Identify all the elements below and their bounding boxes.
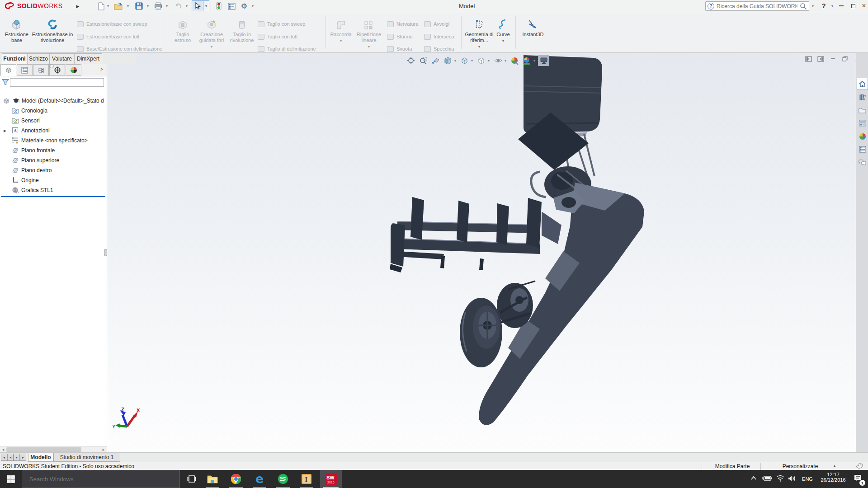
units-overflow-arrow[interactable]: ▴ — [834, 464, 835, 468]
mirror-button[interactable]: Specchia — [424, 44, 454, 53]
section-view-dropdown[interactable]: ▾ — [454, 59, 458, 63]
tab-nav-next-button[interactable]: ▸ — [14, 454, 20, 461]
apply-scene-button[interactable] — [521, 55, 533, 66]
help-search-box[interactable]: ? — [705, 1, 809, 11]
draft-button[interactable]: Sformo — [387, 32, 412, 41]
app-restore-button[interactable] — [848, 2, 858, 10]
select-tool-button[interactable] — [192, 0, 203, 11]
solidworks-taskbar-button[interactable]: SW2016 — [320, 470, 342, 488]
instant3d-button[interactable]: Instant3D — [519, 16, 547, 38]
intersect-button[interactable]: Interseca — [424, 32, 454, 41]
curves-button[interactable]: Curve ▾ — [495, 16, 512, 44]
scroll-right-button[interactable]: ▸ — [100, 447, 107, 452]
save-dropdown[interactable]: ▾ — [146, 4, 150, 8]
status-tag-icon[interactable] — [855, 463, 863, 469]
split-pane-left-button[interactable] — [804, 55, 812, 62]
app-i-taskbar-button[interactable]: I — [297, 470, 316, 488]
zoom-area-button[interactable] — [418, 55, 429, 66]
open-dropdown[interactable]: ▾ — [126, 4, 130, 8]
print-button[interactable] — [153, 1, 164, 11]
help-search-input[interactable] — [717, 3, 797, 9]
hide-show-dropdown[interactable]: ▾ — [505, 59, 508, 63]
tree-item-sensori[interactable]: Sensori — [0, 116, 107, 126]
action-center-button[interactable]: 1 — [854, 474, 863, 484]
options-dropdown[interactable]: ▾ — [250, 4, 255, 8]
view-settings-button[interactable] — [538, 55, 549, 66]
rebuild-button[interactable] — [213, 1, 224, 11]
boundary-boss-button[interactable]: Base/Estrusione con delimitazione — [77, 44, 162, 53]
curves-dropdown[interactable]: ▾ — [495, 38, 512, 44]
rib-button[interactable]: Nervatura — [387, 19, 418, 28]
tray-overflow-button[interactable] — [750, 475, 757, 482]
previous-view-button[interactable] — [430, 55, 441, 66]
tab-schizzo[interactable]: Schizzo — [27, 53, 50, 64]
propertymanager-tab[interactable] — [17, 64, 33, 76]
doc-minimize-button[interactable] — [829, 55, 837, 62]
file-explorer-taskbar-button[interactable] — [203, 470, 222, 488]
cut-sweep-button[interactable]: Taglio con sweep — [258, 19, 305, 28]
panel-hscrollbar[interactable]: ◂ ▸ — [0, 446, 107, 452]
cut-extrude-button[interactable]: Taglio estruso — [170, 16, 195, 43]
display-style-button[interactable] — [476, 55, 487, 66]
swept-boss-button[interactable]: Estrusione/base con sweep — [77, 19, 147, 28]
wrap-button[interactable]: Avvolgi — [424, 19, 449, 28]
tab-dimxpert[interactable]: DimXpert — [74, 53, 102, 64]
new-document-button[interactable] — [96, 1, 107, 11]
view-orientation-dropdown[interactable]: ▾ — [471, 59, 475, 63]
tree-item-materiale[interactable]: Materiale <non specificato> — [0, 136, 107, 145]
panel-collapse-handle[interactable] — [50, 64, 54, 68]
zoom-fit-button[interactable] — [406, 55, 417, 66]
design-library-button[interactable] — [857, 91, 868, 103]
tree-item-origine[interactable]: Origine — [0, 175, 107, 185]
file-explorer-button[interactable] — [857, 104, 868, 116]
help-button[interactable]: ? — [822, 2, 826, 9]
hole-wizard-button[interactable]: Creazione guidata fori ▾ — [197, 16, 226, 50]
fillet-button[interactable]: Raccorda ▾ — [329, 16, 353, 44]
app-minimize-button[interactable] — [836, 2, 846, 10]
lofted-boss-button[interactable]: Estrusione/base con loft — [77, 32, 139, 41]
reference-geometry-button[interactable]: Geometria di riferim... ▾ — [465, 16, 494, 50]
tab-funzioni[interactable]: Funzioni — [2, 53, 27, 64]
task-view-button[interactable] — [182, 470, 202, 488]
tab-nav-prev-button[interactable]: ◂ — [7, 454, 14, 461]
tree-item-annotazioni[interactable]: ▶ A Annotazioni — [0, 126, 107, 136]
displaymanager-tab[interactable] — [66, 64, 81, 76]
edge-taskbar-button[interactable]: e — [250, 470, 269, 488]
extrude-boss-button[interactable]: Estrusione base — [4, 16, 30, 43]
edit-appearance-button[interactable] — [509, 55, 520, 66]
tree-item-piano-destro[interactable]: Piano destro — [0, 165, 107, 175]
language-indicator[interactable]: ENG — [798, 470, 816, 488]
hole-wizard-dropdown[interactable]: ▾ — [197, 44, 226, 50]
scroll-left-button[interactable]: ◂ — [0, 447, 6, 452]
section-view-button[interactable] — [442, 55, 453, 66]
shell-button[interactable]: Svuota — [387, 44, 412, 53]
fillet-dropdown[interactable]: ▾ — [329, 38, 353, 44]
cut-loft-button[interactable]: Taglio con loft — [258, 32, 297, 41]
forum-button[interactable] — [857, 156, 868, 169]
tree-item-piano-superiore[interactable]: Piano superiore — [0, 155, 107, 165]
scroll-thumb[interactable] — [6, 447, 81, 452]
expand-arrow-icon[interactable]: ▶ — [4, 129, 6, 133]
featuremanager-tab[interactable] — [0, 64, 16, 76]
linear-pattern-button[interactable]: Ripetizione lineare ▾ — [354, 16, 383, 50]
graphics-viewport[interactable]: ▾ ▾ ▾ ▾ ▾ × Z X Y — [107, 53, 856, 452]
appearances-button[interactable] — [857, 130, 868, 142]
custom-properties-button[interactable] — [857, 143, 868, 155]
battery-tray-icon[interactable] — [762, 475, 772, 483]
tree-filter-input[interactable] — [10, 78, 104, 87]
view-palette-button[interactable] — [857, 117, 868, 129]
tree-root-item[interactable]: Model (Default<<Default>_Stato d — [0, 96, 107, 106]
taskbar-search-input[interactable] — [29, 476, 165, 483]
app-close-button[interactable]: × — [859, 2, 868, 10]
split-pane-right-button[interactable] — [816, 55, 825, 62]
undo-dropdown[interactable]: ▾ — [184, 4, 189, 8]
search-icon[interactable] — [800, 3, 807, 10]
panel-splitter-handle[interactable] — [104, 249, 107, 256]
display-style-dropdown[interactable]: ▾ — [488, 59, 491, 63]
taskbar-search-box[interactable] — [22, 470, 180, 488]
wifi-tray-icon[interactable] — [776, 475, 785, 483]
tree-item-grafica-stl1[interactable]: Grafica STL1 — [0, 185, 107, 195]
doc-restore-button[interactable] — [841, 55, 849, 62]
tab-valutare[interactable]: Valutare — [50, 53, 74, 64]
taskbar-clock[interactable]: 12:17 26/12/2016 — [816, 472, 850, 483]
